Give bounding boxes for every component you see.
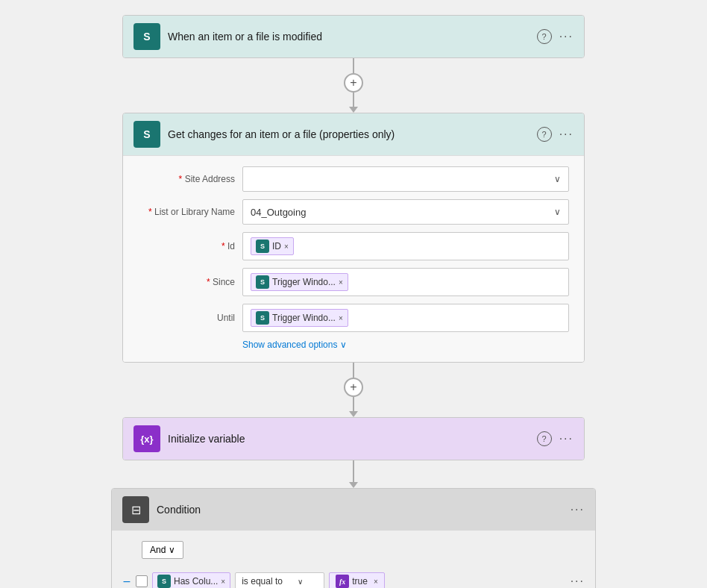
- step-getchanges-title: Get changes for an item or a file (prope…: [168, 128, 530, 140]
- since-row: Since S Trigger Windo... ×: [138, 268, 569, 296]
- since-label: Since: [138, 277, 235, 287]
- until-tag-text: Trigger Windo...: [272, 313, 336, 323]
- fx-icon-1: fx: [336, 575, 349, 588]
- until-tag-close-button[interactable]: ×: [339, 314, 343, 322]
- step-getchanges-body: Site Address ∨ List or Library Name 04_O…: [123, 155, 584, 362]
- site-address-chevron-icon: ∨: [554, 174, 561, 184]
- connector-arrow-3: [349, 482, 358, 488]
- step-condition-actions: ···: [571, 503, 585, 516]
- cond-hascolumn-tag: S Has Colu... ×: [152, 572, 230, 588]
- step-condition-header: ⊟ Condition ···: [112, 489, 595, 531]
- connector-1: +: [344, 58, 363, 113]
- cond-hascolumn-close[interactable]: ×: [221, 578, 225, 586]
- connector-line-1: [353, 58, 354, 73]
- step-initvar-header: {x} Initialize variable ? ···: [123, 418, 584, 460]
- connector-arrow-1: [349, 107, 358, 113]
- since-tag-close-button[interactable]: ×: [339, 278, 343, 287]
- step-trigger-card: S When an item or a file is modified ? ·…: [122, 15, 585, 58]
- list-name-row: List or Library Name 04_Outgoing ∨: [138, 199, 569, 225]
- connector-3: [349, 460, 358, 488]
- id-tag-text: ID: [272, 241, 281, 251]
- step-trigger-ellipsis-button[interactable]: ···: [559, 30, 574, 43]
- id-input[interactable]: S ID ×: [242, 232, 569, 260]
- id-tag-close-button[interactable]: ×: [284, 243, 289, 251]
- cond-true-close-1[interactable]: ×: [374, 578, 378, 586]
- site-address-input[interactable]: ∨: [242, 166, 569, 192]
- id-tag-icon: S: [256, 240, 269, 253]
- step-trigger-actions: ? ···: [537, 29, 574, 44]
- cond-hascolumn-icon: S: [157, 575, 171, 588]
- step-getchanges-icon: S: [133, 121, 160, 148]
- since-tag: S Trigger Windo... ×: [251, 273, 348, 291]
- show-advanced-chevron-icon: ∨: [340, 340, 347, 350]
- step-initvar-actions: ? ···: [537, 431, 574, 446]
- connector-2: +: [344, 363, 363, 417]
- cond-checkbox-1[interactable]: [136, 575, 148, 587]
- connector-arrow-2: [349, 411, 358, 417]
- step-initvar-title: Initialize variable: [168, 433, 530, 445]
- list-name-value: 04_Outgoing: [251, 207, 306, 218]
- step-getchanges-header: S Get changes for an item or a file (pro…: [123, 113, 584, 155]
- list-name-label: List or Library Name: [138, 207, 235, 217]
- condition-row-1: – S Has Colu... × is equal to ∨ fx true …: [122, 572, 585, 588]
- connector-line-1b: [353, 93, 354, 107]
- cond-true-tag-1: fx true ×: [329, 572, 385, 588]
- step-initvar-icon: {x}: [133, 425, 160, 452]
- step-condition-icon: ⊟: [122, 496, 149, 523]
- step-trigger-header: S When an item or a file is modified ? ·…: [123, 16, 584, 57]
- until-row: Until S Trigger Windo... ×: [138, 304, 569, 332]
- id-row: Id S ID ×: [138, 232, 569, 260]
- cond-row1-ellipsis-button[interactable]: ···: [571, 575, 585, 588]
- step-initvar-help-button[interactable]: ?: [537, 431, 552, 446]
- step-getchanges-card: S Get changes for an item or a file (pro…: [122, 113, 585, 363]
- since-input[interactable]: S Trigger Windo... ×: [242, 268, 569, 296]
- list-name-chevron-icon: ∨: [554, 207, 561, 217]
- show-advanced-label: Show advanced options: [242, 340, 337, 350]
- cond-operator-1-chevron-icon: ∨: [298, 578, 303, 586]
- step-getchanges-actions: ? ···: [537, 127, 574, 142]
- step-getchanges-ellipsis-button[interactable]: ···: [559, 128, 574, 141]
- step-trigger-icon: S: [133, 23, 160, 50]
- connector-line-2b: [353, 397, 354, 412]
- until-input[interactable]: S Trigger Windo... ×: [242, 304, 569, 332]
- show-advanced-options-button[interactable]: Show advanced options ∨: [242, 340, 569, 350]
- step-condition-ellipsis-button[interactable]: ···: [571, 503, 585, 516]
- step-trigger-help-button[interactable]: ?: [537, 29, 552, 44]
- add-step-button-1[interactable]: +: [344, 73, 363, 93]
- cond-dash-1: –: [122, 575, 131, 588]
- flow-canvas: S When an item or a file is modified ? ·…: [15, 15, 692, 588]
- step-condition-body: And ∨ – S Has Colu... × is equal to ∨: [112, 531, 595, 588]
- since-tag-icon: S: [256, 275, 269, 289]
- add-step-button-2[interactable]: +: [344, 378, 363, 397]
- connector-line-3: [353, 460, 354, 483]
- connector-line-2: [353, 363, 354, 378]
- until-tag-icon: S: [256, 311, 269, 325]
- step-condition-card: ⊟ Condition ··· And ∨ – S Has Colu: [111, 488, 596, 588]
- step-trigger-title: When an item or a file is modified: [168, 31, 530, 43]
- until-tag: S Trigger Windo... ×: [251, 309, 348, 327]
- id-label: Id: [138, 241, 235, 251]
- step-initvar-ellipsis-button[interactable]: ···: [559, 432, 574, 445]
- id-tag: S ID ×: [251, 237, 294, 255]
- and-button[interactable]: And ∨: [142, 541, 183, 559]
- until-label: Until: [138, 313, 235, 323]
- cond-hascolumn-text: Has Colu...: [174, 576, 218, 587]
- since-tag-text: Trigger Windo...: [272, 277, 336, 287]
- list-name-input[interactable]: 04_Outgoing ∨: [242, 199, 569, 225]
- step-condition-title: Condition: [157, 504, 563, 516]
- step-getchanges-help-button[interactable]: ?: [537, 127, 552, 142]
- site-address-label: Site Address: [138, 174, 235, 184]
- and-chevron-icon: ∨: [169, 545, 175, 555]
- site-address-row: Site Address ∨: [138, 166, 569, 192]
- cond-operator-1-dropdown[interactable]: is equal to ∨: [235, 572, 324, 588]
- step-initvar-card: {x} Initialize variable ? ···: [122, 417, 585, 460]
